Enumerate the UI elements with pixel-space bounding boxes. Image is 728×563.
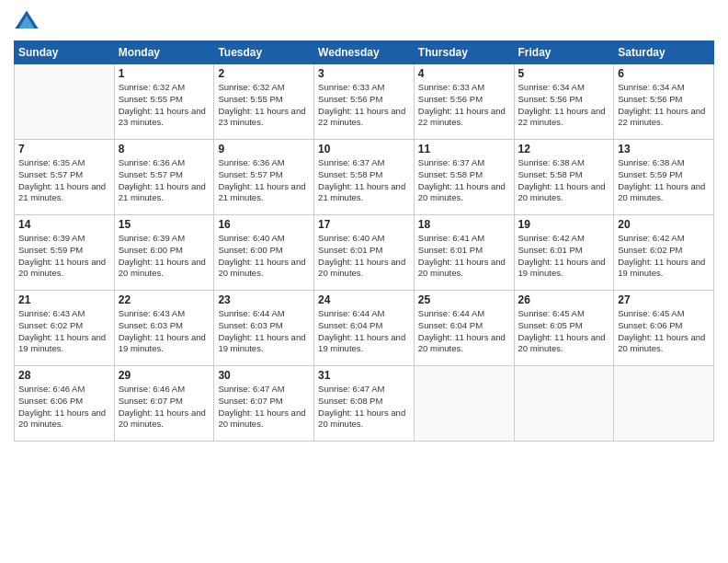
cell-info: Sunrise: 6:32 AMSunset: 5:55 PMDaylight:… (218, 82, 310, 129)
day-number: 3 (318, 67, 410, 80)
day-number: 14 (18, 218, 110, 231)
cell-info: Sunrise: 6:36 AMSunset: 5:57 PMDaylight:… (119, 157, 210, 204)
day-number: 1 (119, 67, 210, 80)
cell-info: Sunrise: 6:47 AMSunset: 6:07 PMDaylight:… (218, 384, 310, 431)
cell-info: Sunrise: 6:38 AMSunset: 5:58 PMDaylight:… (518, 157, 610, 204)
calendar-cell: 31Sunrise: 6:47 AMSunset: 6:08 PMDayligh… (314, 366, 415, 442)
week-row-5: 28Sunrise: 6:46 AMSunset: 6:06 PMDayligh… (15, 366, 714, 442)
logo-icon (14, 9, 40, 35)
day-number: 25 (418, 293, 510, 306)
cell-info: Sunrise: 6:42 AMSunset: 6:02 PMDaylight:… (618, 233, 710, 280)
cell-info: Sunrise: 6:45 AMSunset: 6:05 PMDaylight:… (518, 308, 610, 355)
calendar-cell: 25Sunrise: 6:44 AMSunset: 6:04 PMDayligh… (414, 291, 514, 366)
day-header-thursday: Thursday (414, 41, 514, 64)
cell-info: Sunrise: 6:37 AMSunset: 5:58 PMDaylight:… (418, 157, 510, 204)
calendar-cell: 8Sunrise: 6:36 AMSunset: 5:57 PMDaylight… (114, 140, 214, 215)
calendar-cell: 29Sunrise: 6:46 AMSunset: 6:07 PMDayligh… (114, 366, 214, 442)
calendar-cell: 5Sunrise: 6:34 AMSunset: 5:56 PMDaylight… (514, 64, 614, 140)
calendar-cell: 11Sunrise: 6:37 AMSunset: 5:58 PMDayligh… (414, 140, 514, 215)
cell-info: Sunrise: 6:44 AMSunset: 6:03 PMDaylight:… (218, 308, 310, 355)
calendar-cell (514, 366, 614, 442)
calendar-cell: 3Sunrise: 6:33 AMSunset: 5:56 PMDaylight… (314, 64, 415, 140)
day-header-saturday: Saturday (614, 41, 714, 64)
cell-info: Sunrise: 6:41 AMSunset: 6:01 PMDaylight:… (418, 233, 510, 280)
week-row-3: 14Sunrise: 6:39 AMSunset: 5:59 PMDayligh… (15, 215, 714, 291)
calendar: SundayMondayTuesdayWednesdayThursdayFrid… (14, 40, 714, 442)
day-number: 27 (618, 293, 710, 306)
calendar-cell: 10Sunrise: 6:37 AMSunset: 5:58 PMDayligh… (314, 140, 415, 215)
cell-info: Sunrise: 6:47 AMSunset: 6:08 PMDaylight:… (318, 384, 410, 431)
calendar-cell: 18Sunrise: 6:41 AMSunset: 6:01 PMDayligh… (414, 215, 514, 291)
day-number: 31 (318, 369, 410, 382)
cell-info: Sunrise: 6:43 AMSunset: 6:02 PMDaylight:… (18, 308, 110, 355)
week-row-2: 7Sunrise: 6:35 AMSunset: 5:57 PMDaylight… (15, 140, 714, 215)
week-row-1: 1Sunrise: 6:32 AMSunset: 5:55 PMDaylight… (15, 64, 714, 140)
calendar-cell: 30Sunrise: 6:47 AMSunset: 6:07 PMDayligh… (214, 366, 314, 442)
calendar-cell: 12Sunrise: 6:38 AMSunset: 5:58 PMDayligh… (514, 140, 614, 215)
page: SundayMondayTuesdayWednesdayThursdayFrid… (0, 0, 728, 563)
day-header-tuesday: Tuesday (214, 41, 314, 64)
cell-info: Sunrise: 6:44 AMSunset: 6:04 PMDaylight:… (418, 308, 510, 355)
calendar-cell: 15Sunrise: 6:39 AMSunset: 6:00 PMDayligh… (114, 215, 214, 291)
cell-info: Sunrise: 6:46 AMSunset: 6:07 PMDaylight:… (119, 384, 210, 431)
cell-info: Sunrise: 6:45 AMSunset: 6:06 PMDaylight:… (618, 308, 710, 355)
week-row-4: 21Sunrise: 6:43 AMSunset: 6:02 PMDayligh… (15, 291, 714, 366)
calendar-cell (414, 366, 514, 442)
calendar-cell: 27Sunrise: 6:45 AMSunset: 6:06 PMDayligh… (614, 291, 714, 366)
day-number: 30 (218, 369, 310, 382)
header (14, 9, 714, 35)
day-number: 21 (18, 293, 110, 306)
day-number: 2 (218, 67, 310, 80)
calendar-cell: 1Sunrise: 6:32 AMSunset: 5:55 PMDaylight… (114, 64, 214, 140)
calendar-cell: 20Sunrise: 6:42 AMSunset: 6:02 PMDayligh… (614, 215, 714, 291)
cell-info: Sunrise: 6:46 AMSunset: 6:06 PMDaylight:… (18, 384, 110, 431)
cell-info: Sunrise: 6:33 AMSunset: 5:56 PMDaylight:… (418, 82, 510, 129)
cell-info: Sunrise: 6:38 AMSunset: 5:59 PMDaylight:… (618, 157, 710, 204)
cell-info: Sunrise: 6:40 AMSunset: 6:00 PMDaylight:… (218, 233, 310, 280)
cell-info: Sunrise: 6:44 AMSunset: 6:04 PMDaylight:… (318, 308, 410, 355)
day-number: 22 (119, 293, 210, 306)
calendar-cell: 17Sunrise: 6:40 AMSunset: 6:01 PMDayligh… (314, 215, 415, 291)
day-number: 16 (218, 218, 310, 231)
day-number: 15 (119, 218, 210, 231)
calendar-cell: 16Sunrise: 6:40 AMSunset: 6:00 PMDayligh… (214, 215, 314, 291)
day-number: 7 (18, 143, 110, 155)
calendar-cell: 21Sunrise: 6:43 AMSunset: 6:02 PMDayligh… (15, 291, 115, 366)
day-number: 6 (618, 67, 710, 80)
calendar-cell: 28Sunrise: 6:46 AMSunset: 6:06 PMDayligh… (15, 366, 115, 442)
cell-info: Sunrise: 6:39 AMSunset: 5:59 PMDaylight:… (18, 233, 110, 280)
calendar-cell: 13Sunrise: 6:38 AMSunset: 5:59 PMDayligh… (614, 140, 714, 215)
calendar-cell: 4Sunrise: 6:33 AMSunset: 5:56 PMDaylight… (414, 64, 514, 140)
day-number: 24 (318, 293, 410, 306)
day-number: 10 (318, 143, 410, 155)
day-header-friday: Friday (514, 41, 614, 64)
cell-info: Sunrise: 6:40 AMSunset: 6:01 PMDaylight:… (318, 233, 410, 280)
cell-info: Sunrise: 6:42 AMSunset: 6:01 PMDaylight:… (518, 233, 610, 280)
day-number: 13 (618, 143, 710, 155)
day-number: 4 (418, 67, 510, 80)
day-number: 8 (119, 143, 210, 155)
day-header-wednesday: Wednesday (314, 41, 415, 64)
calendar-cell: 9Sunrise: 6:36 AMSunset: 5:57 PMDaylight… (214, 140, 314, 215)
calendar-cell: 19Sunrise: 6:42 AMSunset: 6:01 PMDayligh… (514, 215, 614, 291)
day-number: 12 (518, 143, 610, 155)
day-number: 28 (18, 369, 110, 382)
calendar-cell: 6Sunrise: 6:34 AMSunset: 5:56 PMDaylight… (614, 64, 714, 140)
day-number: 23 (218, 293, 310, 306)
cell-info: Sunrise: 6:36 AMSunset: 5:57 PMDaylight:… (218, 157, 310, 204)
day-number: 5 (518, 67, 610, 80)
cell-info: Sunrise: 6:35 AMSunset: 5:57 PMDaylight:… (18, 157, 110, 204)
day-header-monday: Monday (114, 41, 214, 64)
logo (14, 9, 43, 35)
cell-info: Sunrise: 6:37 AMSunset: 5:58 PMDaylight:… (318, 157, 410, 204)
day-header-sunday: Sunday (15, 41, 115, 64)
cell-info: Sunrise: 6:33 AMSunset: 5:56 PMDaylight:… (318, 82, 410, 129)
cell-info: Sunrise: 6:39 AMSunset: 6:00 PMDaylight:… (119, 233, 210, 280)
day-number: 29 (119, 369, 210, 382)
calendar-cell: 14Sunrise: 6:39 AMSunset: 5:59 PMDayligh… (15, 215, 115, 291)
day-number: 11 (418, 143, 510, 155)
calendar-cell (15, 64, 115, 140)
calendar-cell (614, 366, 714, 442)
calendar-cell: 22Sunrise: 6:43 AMSunset: 6:03 PMDayligh… (114, 291, 214, 366)
day-number: 17 (318, 218, 410, 231)
